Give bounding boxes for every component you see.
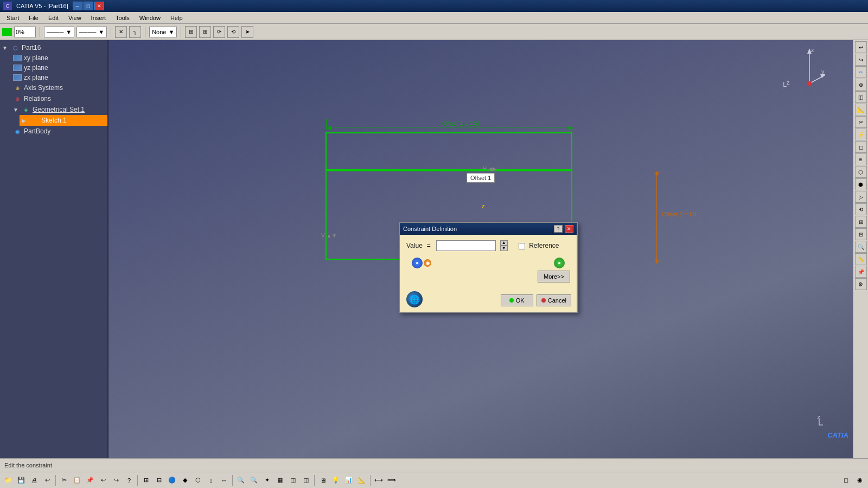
bt-chart[interactable]: 📊 — [343, 474, 355, 486]
right-toolbar: ↩ ↪ ✏ ⊕ ◫ 📐 ✂ ⚡ ◻ ≡ ⬡ ⬢ ▷ ⟲ ⊞ ⊟ 🔍 📏 📌 ⚙ — [853, 40, 868, 458]
tree-item-part16[interactable]: ▼ ⬡ Part16 — [0, 42, 107, 53]
bt-measure[interactable]: 📐 — [356, 474, 368, 486]
arrow-btn[interactable]: ➤ — [241, 26, 253, 38]
tree-item-sketch1[interactable]: ▶ ✏ Sketch.1 — [20, 115, 107, 126]
spin-btn2[interactable]: ⟲ — [227, 26, 239, 38]
bt-undo2[interactable]: ↩ — [97, 474, 109, 486]
bt-undo[interactable]: ↩ — [41, 474, 53, 486]
bt-shape[interactable]: ◆ — [179, 474, 191, 486]
dialog-close-btn[interactable]: ✕ — [565, 225, 573, 233]
menu-edit[interactable]: Edit — [44, 14, 63, 22]
menu-file[interactable]: File — [24, 14, 43, 22]
bt-zoom-out[interactable]: 🔍 — [248, 474, 260, 486]
spinner-up[interactable]: ▲ — [500, 240, 508, 246]
bt-extra2[interactable]: ⟹ — [386, 474, 398, 486]
bt-redo[interactable]: ↪ — [110, 474, 122, 486]
rt-btn-4[interactable]: ⊕ — [855, 79, 867, 91]
value-spinner[interactable]: ▲ ▼ — [500, 240, 508, 251]
bt-hex[interactable]: ⬡ — [192, 474, 204, 486]
bt-magnet[interactable]: ⊟ — [153, 474, 165, 486]
bt-help[interactable]: ? — [123, 474, 135, 486]
rt-btn-10[interactable]: ≡ — [855, 153, 867, 165]
rt-btn-15[interactable]: ⊞ — [855, 216, 867, 228]
color-swatch[interactable] — [2, 28, 12, 36]
bt-paste[interactable]: 📌 — [84, 474, 96, 486]
canvas[interactable]: z y └ z H ◀▶ V ▲▼ ↕ z ◀ ▶ — [108, 40, 853, 458]
rt-btn-7[interactable]: ✂ — [855, 116, 867, 128]
dim-btn[interactable]: ┐ — [129, 26, 141, 38]
bt-copy[interactable]: 📋 — [71, 474, 83, 486]
bt-sep3 — [232, 475, 233, 486]
menu-view[interactable]: View — [64, 14, 86, 22]
none-dropdown[interactable]: None▼ — [149, 27, 177, 37]
rt-btn-2[interactable]: ↪ — [855, 54, 867, 66]
rt-btn-9[interactable]: ◻ — [855, 141, 867, 153]
bt-light[interactable]: 💡 — [330, 474, 342, 486]
geoset-icon: ◈ — [22, 105, 30, 114]
dialog-help-btn[interactable]: ? — [554, 225, 563, 233]
grid-btn2[interactable]: ⊞ — [199, 26, 211, 38]
rt-btn-20[interactable]: ⚙ — [855, 278, 867, 290]
snap-btn[interactable]: ✕ — [115, 26, 127, 38]
rt-btn-8[interactable]: ⚡ — [855, 129, 867, 140]
rt-btn-18[interactable]: 📏 — [855, 253, 867, 265]
menu-insert[interactable]: Insert — [87, 14, 111, 22]
percent-input[interactable] — [14, 27, 36, 37]
reference-checkbox[interactable] — [519, 243, 525, 249]
rt-btn-13[interactable]: ▷ — [855, 191, 867, 203]
rt-btn-1[interactable]: ↩ — [855, 41, 867, 53]
bt-arrow[interactable]: ↕ — [205, 474, 217, 486]
bt-extra1[interactable]: ⟷ — [373, 474, 385, 486]
rt-btn-17[interactable]: 🔍 — [855, 241, 867, 253]
bt-right2[interactable]: ◉ — [854, 474, 866, 486]
cancel-btn[interactable]: Cancel — [537, 294, 571, 306]
menu-start[interactable]: Start — [2, 14, 23, 22]
tree-item-geometrical-set[interactable]: ▼ ◈ Geometrical Set.1 — [11, 104, 107, 115]
bt-view1[interactable]: ▦ — [274, 474, 286, 486]
ok-btn[interactable]: OK — [501, 294, 533, 306]
tree-item-zx-plane[interactable]: zx plane — [11, 73, 107, 82]
bt-cut[interactable]: ✂ — [58, 474, 70, 486]
bt-save[interactable]: 💾 — [15, 474, 27, 486]
bt-open[interactable]: 📁 — [2, 474, 14, 486]
tree-item-axis-systems[interactable]: ⊕ Axis Systems — [11, 82, 107, 93]
spin-btn1[interactable]: ⟳ — [213, 26, 225, 38]
bt-right1[interactable]: ◻ — [840, 474, 852, 486]
rt-btn-12[interactable]: ⬢ — [855, 178, 867, 190]
tree-item-xy-plane[interactable]: xy plane — [11, 53, 107, 63]
tree-item-yz-plane[interactable]: yz plane — [11, 63, 107, 73]
constraint-dialog[interactable]: Constraint Definition ? ✕ Value = ▲ ▼ Re… — [399, 222, 578, 313]
rt-btn-16[interactable]: ⊟ — [855, 228, 867, 240]
rt-btn-5[interactable]: ◫ — [855, 91, 867, 103]
menu-help[interactable]: Help — [166, 14, 187, 22]
value-row: Value = ▲ ▼ Reference — [406, 240, 570, 251]
bt-fit[interactable]: ✦ — [261, 474, 273, 486]
tree-item-relations[interactable]: ⊛ Relations — [11, 93, 107, 104]
bt-snap[interactable]: 🔵 — [166, 474, 178, 486]
minimize-btn[interactable]: ─ — [73, 2, 82, 10]
rt-btn-11[interactable]: ⬡ — [855, 166, 867, 178]
bt-view2[interactable]: ◫ — [287, 474, 299, 486]
close-btn[interactable]: ✕ — [94, 2, 104, 10]
grid-btn1[interactable]: ⊞ — [185, 26, 197, 38]
rt-btn-19[interactable]: 📌 — [855, 266, 867, 278]
bt-view3[interactable]: ◫ — [300, 474, 312, 486]
catia-logo: CATIA — [827, 431, 848, 439]
tree-item-partbody[interactable]: ◉ PartBody — [11, 126, 107, 137]
line-style-dropdown[interactable]: ────▼ — [44, 27, 74, 37]
bt-zoom-in[interactable]: 🔍 — [235, 474, 247, 486]
more-btn[interactable]: More>> — [538, 271, 570, 282]
rt-btn-14[interactable]: ⟲ — [855, 203, 867, 215]
bt-arrow2[interactable]: ↔ — [218, 474, 230, 486]
value-input[interactable] — [436, 240, 496, 251]
bt-print[interactable]: 🖨 — [28, 474, 40, 486]
bt-screen[interactable]: 🖥 — [317, 474, 329, 486]
spinner-down[interactable]: ▼ — [500, 246, 508, 251]
menu-window[interactable]: Window — [135, 14, 165, 22]
restore-btn[interactable]: ◻ — [84, 2, 93, 10]
rt-btn-6[interactable]: 📐 — [855, 104, 867, 115]
bt-grid[interactable]: ⊞ — [140, 474, 152, 486]
menu-tools[interactable]: Tools — [111, 14, 134, 22]
line-weight-dropdown[interactable]: ────▼ — [76, 27, 107, 37]
rt-btn-3[interactable]: ✏ — [855, 66, 867, 78]
